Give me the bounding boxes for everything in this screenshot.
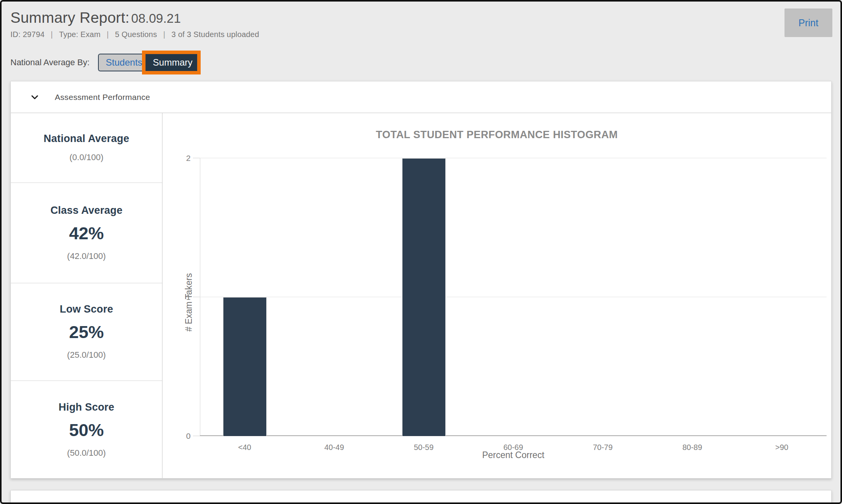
stat-card-class-average: Class Average42%(42.0/100) [11, 183, 162, 283]
stat-label: Low Score [60, 303, 113, 315]
assessment-performance-header[interactable]: Assessment Performance [11, 81, 831, 113]
y-axis-title: # Exam Takers [184, 252, 194, 353]
category-performance-section: Category Performance [10, 490, 832, 504]
section-title: Assessment Performance [55, 93, 150, 102]
plot-area: 012<4040-4950-5960-6970-7980-89>90 [200, 158, 827, 436]
stat-percent-value: 50% [69, 420, 104, 440]
y-tick-label: 1 [178, 293, 191, 302]
y-tick [193, 158, 200, 158]
meta-separator: | [107, 30, 109, 39]
y-tick-label: 0 [178, 431, 191, 441]
stat-fraction-value: (0.0/100) [69, 152, 103, 162]
gridline [200, 158, 827, 158]
stat-fraction-value: (25.0/100) [67, 350, 106, 360]
stat-fraction-value: (50.0/100) [67, 448, 106, 458]
meta-item: 5 Questions [115, 30, 157, 39]
national-average-toggle-group: Students Summary [98, 51, 198, 74]
stat-label: Class Average [51, 205, 123, 216]
chart-title: TOTAL STUDENT PERFORMANCE HISTOGRAM [162, 129, 831, 141]
stat-label: High Score [59, 401, 115, 413]
page-title-text: Summary Report: [10, 9, 130, 26]
stat-fraction-value: (42.0/100) [67, 251, 106, 261]
category-performance-header[interactable]: Category Performance [11, 490, 831, 504]
summary-report-page: Summary Report: 08.09.21 ID: 29794|Type:… [0, 0, 842, 504]
print-button[interactable]: Print [785, 8, 832, 37]
stat-percent-value: 42% [69, 223, 104, 244]
x-axis-line [200, 435, 827, 436]
histogram-bar-<40 [223, 297, 267, 436]
meta-separator: | [51, 30, 53, 39]
histogram-bar-50-59 [402, 158, 446, 436]
national-average-toggle-row: National Average By: Students Summary [10, 51, 198, 74]
stat-percent-value: 25% [69, 322, 104, 342]
page-title: Summary Report: 08.09.21 [10, 9, 181, 26]
meta-item: ID: 29794 [10, 30, 45, 39]
performance-histogram-chart: TOTAL STUDENT PERFORMANCE HISTOGRAM # Ex… [162, 113, 831, 478]
y-tick-label: 2 [178, 154, 191, 163]
x-axis-title: Percent Correct [200, 450, 827, 460]
y-tick [193, 297, 200, 297]
students-toggle-button[interactable]: Students [98, 54, 145, 71]
y-axis-line [200, 158, 200, 436]
meta-item: 3 of 3 Students uploaded [171, 30, 259, 39]
meta-item: Type: Exam [59, 30, 101, 39]
stat-card-low-score: Low Score25%(25.0/100) [11, 283, 162, 381]
stat-label: National Average [44, 133, 129, 145]
national-average-by-label: National Average By: [10, 58, 90, 68]
assessment-performance-body: National Average(0.0/100)Class Average42… [11, 113, 831, 478]
assessment-performance-section: Assessment Performance National Average(… [10, 81, 832, 479]
stat-card-national-average: National Average(0.0/100) [11, 113, 162, 183]
report-date: 08.09.21 [131, 11, 181, 25]
meta-separator: | [163, 30, 165, 39]
summary-toggle-button[interactable]: Summary [145, 54, 198, 71]
chevron-down-icon [29, 92, 40, 103]
gridline [200, 297, 827, 297]
report-meta: ID: 29794|Type: Exam|5 Questions|3 of 3 … [10, 30, 259, 39]
y-tick [193, 436, 200, 436]
stat-card-high-score: High Score50%(50.0/100) [11, 381, 162, 478]
stats-column: National Average(0.0/100)Class Average42… [11, 113, 162, 478]
